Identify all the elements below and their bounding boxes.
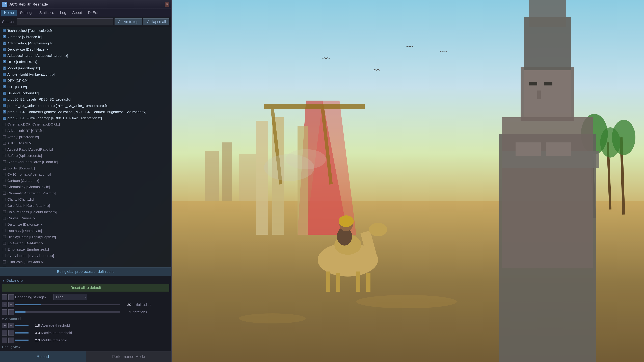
effects-list[interactable]: ✓ Technicolor2 [Technicolor2.fx] ✓ Vibra… [0, 27, 172, 267]
effect-checkbox[interactable]: ✓ [3, 41, 6, 44]
param-minus-button[interactable]: − [2, 338, 8, 343]
active-to-top-button[interactable]: Active to top [114, 18, 142, 25]
effect-item[interactable]: ✓ LUT [LUT.fx] [0, 84, 172, 90]
edit-preprocessor-button[interactable]: Edit global preprocessor definitions [0, 267, 172, 276]
avg-threshold-slider[interactable] [15, 325, 28, 326]
effect-checkbox[interactable] [3, 223, 6, 226]
effect-item[interactable]: DisplayDepth [DisplayDepth.fx] [0, 234, 172, 240]
effect-item[interactable]: ✓ DPX [DPX.fx] [0, 77, 172, 84]
effect-item[interactable]: ✓ AdaptiveSharpen [AdaptiveSharpen.fx] [0, 52, 172, 59]
effect-item[interactable]: ✓ prod80_B1_FilmicTonemap [PD80_B1_Filmi… [0, 115, 172, 121]
effect-item[interactable]: FilmGrain2 [FilmGrain2.fx] [0, 265, 172, 267]
param-minus-button[interactable]: − [2, 295, 8, 300]
effect-item[interactable]: EyeAdaption [EyeAdaption.fx] [0, 253, 172, 259]
effect-item[interactable]: EGAFilter [EGAFilter.fx] [0, 240, 172, 246]
effect-checkbox[interactable]: ✓ [3, 98, 6, 101]
close-button[interactable]: × [165, 2, 170, 7]
effect-checkbox[interactable] [3, 242, 6, 245]
effect-checkbox[interactable] [3, 210, 6, 213]
mid-threshold-slider[interactable] [15, 340, 28, 341]
effect-item[interactable]: Curves [Curves.fx] [0, 215, 172, 221]
iterations-slider-track[interactable] [15, 311, 120, 313]
effect-item[interactable]: ✓ prod80_B4_ContrastBrightnessSaturation… [0, 109, 172, 115]
param-minus-button[interactable]: − [2, 302, 8, 307]
effect-item[interactable]: CA [ChromaticAberration.fx] [0, 171, 172, 177]
effect-checkbox[interactable]: ✓ [3, 73, 6, 76]
effect-checkbox[interactable] [3, 179, 6, 182]
effect-item[interactable]: ✓ Technicolor2 [Technicolor2.fx] [0, 27, 172, 34]
param-plus-button[interactable]: + [8, 309, 14, 315]
effect-item[interactable]: FilmGrain [FilmGrain.fx] [0, 259, 172, 265]
effect-checkbox[interactable] [3, 167, 6, 170]
param-plus-button[interactable]: + [8, 323, 14, 328]
menu-statistics[interactable]: Statistics [36, 10, 57, 15]
effect-item[interactable]: ✓ AdaptiveFog [AdaptiveFog.fx] [0, 40, 172, 46]
effect-checkbox[interactable] [3, 248, 6, 251]
debanding-strength-select[interactable]: Low Medium High Ultra [53, 294, 87, 300]
effect-item[interactable]: AdvancedCRT [CRT.fx] [0, 128, 172, 134]
effect-checkbox[interactable] [3, 148, 6, 151]
effect-item[interactable]: ✓ prod80_B2_Levels [PD80_B2_Levels.fx] [0, 96, 172, 102]
effect-checkbox[interactable]: ✓ [3, 54, 6, 57]
effect-checkbox[interactable]: ✓ [3, 29, 6, 32]
effect-item[interactable]: Cartoon [Cartoon.fx] [0, 177, 172, 184]
reload-button[interactable]: Reload [0, 352, 86, 362]
debug-view-toggle[interactable]: Debug view [2, 344, 170, 350]
effect-item[interactable]: Daltonize [Daltonize.fx] [0, 221, 172, 227]
effect-checkbox[interactable] [3, 154, 6, 157]
effect-item[interactable]: After [Splitscreen.fx] [0, 134, 172, 140]
effect-item[interactable]: ✓ DepthHaze [DepthHaze.fx] [0, 46, 172, 52]
effect-checkbox[interactable]: ✓ [3, 117, 6, 120]
effect-item[interactable]: Depth3D [Depth3D.fx] [0, 228, 172, 234]
effect-checkbox[interactable]: ✓ [3, 66, 6, 69]
effect-item[interactable]: ✓ Model [FineSharp.fx] [0, 65, 172, 71]
effect-checkbox[interactable] [3, 160, 6, 163]
effect-item[interactable]: ✓ prod80_B4_ColorTemperature [PD80_B4_Co… [0, 103, 172, 109]
param-plus-button[interactable]: + [8, 330, 14, 336]
effect-checkbox[interactable]: ✓ [3, 48, 6, 51]
effect-item[interactable]: ✓ HDR [FakeHDR.fx] [0, 59, 172, 65]
effect-item[interactable]: Chromakey [Chromakey.fx] [0, 184, 172, 190]
effect-item[interactable]: Before [Splitscreen.fx] [0, 152, 172, 159]
menu-settings[interactable]: Settings [17, 10, 36, 15]
effect-item[interactable]: Clarity [Clarity.fx] [0, 196, 172, 202]
effect-checkbox[interactable] [3, 142, 6, 145]
effect-item[interactable]: Emphasize [Emphasize.fx] [0, 246, 172, 252]
effect-item[interactable]: Chromatic Aberration [Prism.fx] [0, 190, 172, 196]
param-plus-button[interactable]: + [8, 338, 14, 343]
effect-item[interactable]: Border [Border.fx] [0, 165, 172, 171]
menu-home[interactable]: Home [1, 10, 16, 15]
effect-checkbox[interactable] [3, 123, 6, 126]
effect-item[interactable]: ✓ AmbientLight [AmbientLight.fx] [0, 71, 172, 77]
radius-slider-track[interactable] [15, 304, 120, 305]
effect-checkbox[interactable] [3, 129, 6, 132]
collapse-all-button[interactable]: Collapse all [143, 18, 170, 25]
effect-checkbox[interactable] [3, 198, 6, 201]
menu-about[interactable]: About [70, 10, 85, 15]
effect-item[interactable]: BloomAndLensFlares [Bloom.fx] [0, 159, 172, 165]
effect-checkbox[interactable] [3, 254, 6, 257]
effect-checkbox[interactable] [3, 217, 6, 220]
param-minus-button[interactable]: − [2, 330, 8, 336]
effect-item[interactable]: CinematicDOF [CinematicDOF.fx] [0, 121, 172, 127]
effect-checkbox[interactable]: ✓ [3, 35, 6, 38]
advanced-toggle[interactable]: Advanced [2, 316, 170, 322]
performance-mode-button[interactable]: Performance Mode [86, 352, 172, 362]
effect-checkbox[interactable] [3, 185, 6, 188]
effect-checkbox[interactable] [3, 192, 6, 195]
effect-item[interactable]: ✓ Vibrance [Vibrance.fx] [0, 34, 172, 40]
effect-checkbox[interactable] [3, 173, 6, 176]
menu-dxext[interactable]: DxExt [85, 10, 100, 15]
effect-item[interactable]: ASCII [ASCII.fx] [0, 140, 172, 146]
param-minus-button[interactable]: − [2, 323, 8, 328]
param-plus-button[interactable]: + [8, 295, 14, 300]
effect-item[interactable]: ✓ Deband [Deband.fx] [0, 90, 172, 96]
max-threshold-slider[interactable] [15, 332, 28, 334]
effect-checkbox[interactable] [3, 135, 6, 138]
effect-checkbox[interactable] [3, 235, 6, 238]
effect-item[interactable]: Colourfulness [Colourfulness.fx] [0, 209, 172, 215]
effect-checkbox[interactable] [3, 260, 6, 264]
effect-checkbox[interactable]: ✓ [3, 92, 6, 95]
effect-checkbox[interactable]: ✓ [3, 79, 6, 82]
param-minus-button[interactable]: − [2, 309, 8, 315]
